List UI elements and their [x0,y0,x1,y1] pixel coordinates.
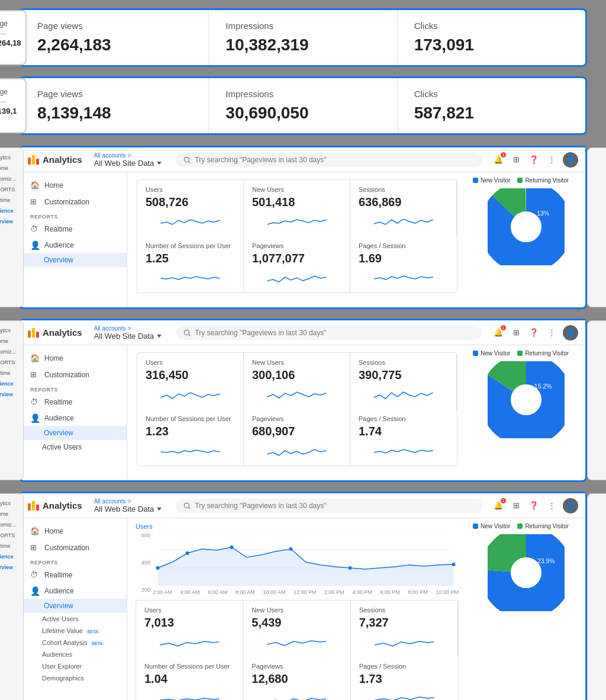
pie-label-new-1: 87% [519,226,533,234]
sidebar-item-audience-3[interactable]: 👤 Audience [21,583,127,599]
pie-svg-1: 87% 13% [488,188,565,265]
sidebar-item-user-explorer-3[interactable]: User Explorer [21,660,127,672]
all-accounts-link-1[interactable]: All accounts > [94,152,162,159]
notification-icon-3[interactable]: 🔔1 [492,499,505,512]
account-name-1[interactable]: All Web Site Data [94,159,162,168]
sidebar-item-home-3[interactable]: 🏠 Home [21,523,127,540]
section-analytics3: Analytics ● Home Customiz... REPORTS Rea… [0,487,606,700]
sidebar-item-realtime-3[interactable]: ⏱ Realtime [21,567,127,583]
help-icon-3[interactable]: ❓ [527,499,540,512]
sidebar-item-overview-3[interactable]: Overview [21,599,127,613]
analytics-body-3: 🏠 Home ⊞ Customization REPORTS ⏱ Realtim… [21,518,585,700]
beta-badge-lifetime: BETA [86,630,100,634]
search-bar-3[interactable]: Try searching "Pageviews in last 30 days… [176,499,482,513]
logo-bars-3 [28,501,39,510]
sparkline-sessions-1 [359,211,448,228]
metric-box-sessions-per-user-1: Number of Sessions per User 1.25 [137,236,244,293]
sparkline-spu-2 [146,441,235,457]
section-stats1: Page vie... 2,264,18 Page views 2,264,18… [0,0,606,72]
notification-icon[interactable]: 🔔1 [492,153,505,166]
search-bar-2[interactable]: Try searching "Pageviews in last 30 days… [176,326,482,340]
search-placeholder-1: Try searching "Pageviews in last 30 days… [195,156,326,164]
help-icon-2[interactable]: ❓ [527,326,540,339]
analytics-left-peek-1: Analytics ● Home Customiz... REPORTS Rea… [0,147,24,307]
clock-icon-2: ⏱ [30,397,40,407]
stats-cell-clicks-1: Clicks 173,091 [398,10,585,65]
sidebar-item-home-1[interactable]: 🏠 Home [21,177,127,194]
sidebar-item-cohort-3[interactable]: Cohort Analysis BETA [21,637,127,648]
account-selector-2[interactable]: All accounts > All Web Site Data [94,325,162,341]
notification-icon-2[interactable]: 🔔1 [492,326,505,339]
audience-icon-2: 👤 [30,413,40,423]
audience-icon: 👤 [30,240,40,250]
account-selector-1[interactable]: All accounts > All Web Site Data [94,152,162,168]
metric-label-impressions-2: Impressions [225,89,380,99]
svg-point-4 [185,330,189,335]
svg-point-8 [185,503,189,508]
sidebar-item-active-users-2[interactable]: Active Users [21,440,127,454]
sidebar-item-customization-1[interactable]: ⊞ Customization [21,194,127,210]
sparkline-users-2 [146,384,235,401]
analytics-left-peek-2: Analytics ● Home Customiz... REPORTS Rea… [0,320,24,480]
sidebar-item-home-2[interactable]: 🏠 Home [21,350,127,367]
sparkline-pps-2 [359,441,449,457]
chevron-down-icon-3 [157,508,162,510]
sidebar-item-overview-2[interactable]: Overview [21,426,127,440]
peek-label-1: Page vie... [0,20,21,36]
metric-box-spu-2: Number of Sessions per User 1.23 [137,409,244,465]
metric-value-pageviews-1: 2,264,183 [37,36,192,54]
avatar[interactable]: 👤 [563,152,578,168]
sidebar-item-demographics-3[interactable]: Demographics [21,672,127,684]
sidebar-item-customization-3[interactable]: ⊞ Customization [21,540,127,556]
line-chart-label-3: Users [136,523,459,530]
sparkline-pageviews-3 [252,688,341,700]
svg-line-1 [189,161,191,163]
avatar-3[interactable]: 👤 [563,498,578,513]
sidebar-item-active-users-3[interactable]: Active Users [21,613,127,625]
legend-dot-new-2 [473,351,478,356]
svg-point-21 [495,542,557,603]
more-icon-2[interactable]: ⋮ [545,326,558,339]
stats-cell-pageviews-1: Page views 2,264,183 [21,10,209,65]
metric-value-impressions-1: 10,382,319 [225,36,380,54]
logo-bar-yellow-2 [32,328,35,338]
stats-cell-impressions-2: Impressions 30,690,050 [209,78,397,133]
chart-area-fill [158,547,454,586]
account-selector-3[interactable]: All accounts > All Web Site Data [94,498,162,513]
sidebar-item-customization-2[interactable]: ⊞ Customization [21,367,127,383]
beta-badge-cohort: BETA [91,641,105,646]
clock-icon: ⏱ [30,224,40,234]
sidebar-item-lifetime-value-3[interactable]: Lifetime Value BETA [21,625,127,637]
metric-box-new-users-1: New Users 501,418 [244,180,350,236]
analytics-right-peek-2 [587,320,606,480]
more-icon[interactable]: ⋮ [545,153,558,166]
logo-bar-orange [28,158,31,165]
svg-point-18 [349,566,352,570]
pie-label-returning-3: 23.9% [537,558,555,564]
header-icons-2: 🔔1 ⊞ ❓ ⋮ 👤 [492,325,578,341]
grid-icon-2[interactable]: ⊞ [510,326,523,339]
svg-line-9 [189,507,191,509]
metric-box-sessions-3: Sessions 7,327 [351,601,458,657]
sidebar-item-overview-1[interactable]: Overview [21,253,127,267]
analytics-body-2: 🏠 Home ⊞ Customization REPORTS ⏱ Realtim… [21,345,585,480]
sidebar-item-audiences-3[interactable]: Audiences [21,648,127,660]
search-bar-1[interactable]: Try searching "Pageviews in last 30 days… [176,153,482,167]
more-icon-3[interactable]: ⋮ [545,499,558,512]
grid-icon-3[interactable]: ⊞ [510,499,523,512]
analytics-left-peek-3: Analytics ● Home Customiz... REPORTS Rea… [0,493,24,700]
stats-left-peek-1: Page vie... 2,264,18 [0,10,27,65]
sidebar-item-audience-2[interactable]: 👤 Audience [21,410,127,426]
avatar-2[interactable]: 👤 [563,325,578,341]
help-icon[interactable]: ❓ [527,153,540,166]
stats-left-peek-2: Page vie... 8,139,1 [0,78,27,133]
grid-icon[interactable]: ⊞ [510,153,523,166]
sidebar-item-realtime-2[interactable]: ⏱ Realtime [21,394,127,410]
peek-value-1: 2,264,18 [0,38,21,47]
svg-point-19 [452,563,456,566]
sidebar-item-realtime-1[interactable]: ⏱ Realtime [21,221,127,237]
line-chart-wrapper: 2:00 AM 4:00 AM 6:00 AM 8:00 AM 10:00 AM… [153,532,459,595]
pie-svg-3: 76.1% 23.9% [488,534,565,611]
sidebar-item-audience-1[interactable]: 👤 Audience [21,237,127,253]
search-icon-2 [183,329,191,337]
